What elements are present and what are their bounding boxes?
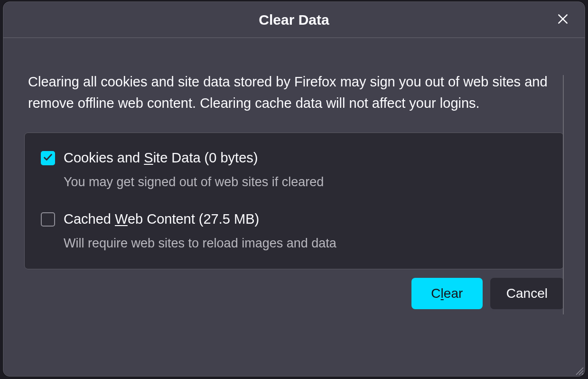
dialog-titlebar: Clear Data (3, 2, 585, 38)
cache-sublabel: Will require web sites to reload images … (64, 235, 336, 252)
close-button[interactable] (553, 10, 572, 29)
close-icon (557, 13, 569, 27)
option-cookies-site-data: Cookies and Site Data (0 bytes) You may … (41, 149, 547, 190)
options-group: Cookies and Site Data (0 bytes) You may … (24, 133, 564, 269)
dialog-title: Clear Data (259, 12, 329, 28)
checkmark-icon (43, 152, 53, 164)
dialog-description: Clearing all cookies and site data store… (28, 71, 560, 114)
clear-button[interactable]: Clear (411, 278, 483, 309)
clear-data-dialog: Clear Data Clearing all cookies and site… (3, 1, 585, 377)
dialog-button-row: Clear Cancel (24, 278, 564, 309)
cookies-label: Cookies and Site Data (0 bytes) (64, 149, 324, 167)
svg-line-4 (582, 373, 583, 375)
option-cached-web-content: Cached Web Content (27.5 MB) Will requir… (41, 210, 547, 252)
cancel-button[interactable]: Cancel (490, 278, 564, 309)
cookies-sublabel: You may get signed out of web sites if c… (64, 174, 324, 190)
resize-grip[interactable] (573, 365, 584, 375)
cache-checkbox[interactable] (41, 212, 55, 227)
scrollbar[interactable] (563, 75, 564, 314)
cookies-checkbox[interactable] (41, 151, 55, 165)
cache-label: Cached Web Content (27.5 MB) (64, 210, 336, 228)
